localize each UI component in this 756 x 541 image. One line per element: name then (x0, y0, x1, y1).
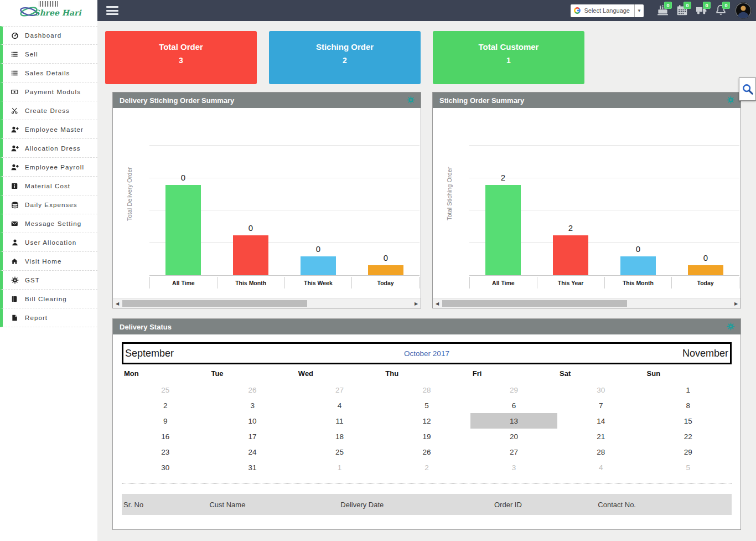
calendar-day[interactable]: 30 (557, 382, 644, 398)
sidebar-item-material-cost[interactable]: Material Cost (0, 177, 97, 195)
gear-icon[interactable] (727, 322, 736, 331)
horizontal-scrollbar[interactable]: ◀▶ (433, 298, 741, 308)
sidebar-item-label: User Allocation (25, 239, 76, 246)
sidebar-item-sell[interactable]: Sell (0, 45, 97, 64)
calendar-day[interactable]: 4 (557, 460, 644, 475)
next-month-button[interactable]: November (682, 348, 728, 359)
calendar-day[interactable]: 3 (470, 460, 557, 475)
calendar-day[interactable]: 20 (470, 429, 557, 444)
calendar-day[interactable]: 21 (557, 429, 644, 444)
calendar-day[interactable]: 1 (645, 382, 732, 398)
sidebar-item-label: Create Dress (25, 107, 70, 114)
scroll-left-arrow[interactable]: ◀ (433, 299, 442, 308)
calendar-day[interactable]: 28 (383, 382, 470, 398)
calendar-day[interactable]: 2 (122, 398, 209, 413)
chart-bar (620, 256, 656, 275)
sidebar-item-allocation-dress[interactable]: Allocation Dress (0, 139, 97, 158)
calendar-day[interactable]: 18 (296, 429, 383, 444)
notification-badge: 0 (664, 2, 672, 9)
calendar-day[interactable]: 16 (122, 429, 209, 444)
sidebar-item-employee-payroll[interactable]: Employee Payroll (0, 158, 97, 177)
calendar-day[interactable]: 26 (383, 444, 470, 460)
calendar-day[interactable]: 24 (209, 444, 296, 460)
scroll-left-arrow[interactable]: ◀ (113, 299, 122, 308)
calendar-day-headers: MonTueWedThuFriSatSun (122, 369, 732, 382)
user-avatar[interactable] (735, 2, 752, 19)
calendar-day[interactable]: 2 (383, 460, 470, 475)
calendar-day[interactable]: 1 (296, 460, 383, 475)
cake-notification-button[interactable]: 0 (655, 3, 670, 18)
gear-icon[interactable] (727, 96, 736, 105)
calendar-day[interactable]: 7 (557, 398, 644, 413)
sidebar-item-message-setting[interactable]: Message Setting (0, 214, 97, 233)
calendar-week-row: 16171819202122 (122, 429, 732, 444)
calendar-day[interactable]: 29 (470, 382, 557, 398)
home-icon (11, 257, 19, 265)
bar-value-label: 0 (284, 244, 352, 254)
search-widget[interactable] (739, 78, 756, 101)
calendar-day[interactable]: 4 (296, 398, 383, 413)
calendar-day[interactable]: 8 (645, 398, 732, 413)
calendar-day[interactable]: 31 (209, 460, 296, 475)
sidebar-item-dashboard[interactable]: Dashboard (0, 26, 97, 45)
calendar-day[interactable]: 14 (557, 413, 644, 429)
scroll-right-arrow[interactable]: ▶ (412, 299, 421, 308)
calendar-notification-button[interactable]: 0 (675, 3, 689, 18)
sidebar-item-visit-home[interactable]: Visit Home (0, 252, 97, 271)
calendar-day[interactable]: 5 (645, 460, 732, 475)
calendar-week-row: 303112345 (122, 460, 732, 475)
calendar-day[interactable]: 5 (383, 398, 470, 413)
calendar-day[interactable]: 23 (122, 444, 209, 460)
calendar-day[interactable]: 19 (383, 429, 470, 444)
scroll-right-arrow[interactable]: ▶ (732, 299, 741, 308)
sidebar-item-employee-master[interactable]: Employee Master (0, 120, 97, 139)
gear-icon[interactable] (407, 96, 416, 105)
app-logo[interactable]: Shree Hari (0, 0, 97, 26)
list-icon (11, 69, 19, 77)
sidebar-item-sales-details[interactable]: Sales Details (0, 64, 97, 83)
calendar-day[interactable]: 27 (470, 444, 557, 460)
calendar-day[interactable]: 15 (645, 413, 732, 429)
calendar-day[interactable]: 12 (383, 413, 470, 429)
x-axis-label: All Time (469, 277, 537, 288)
calendar-day[interactable]: 25 (296, 444, 383, 460)
language-selector[interactable]: Select Language ▼ (571, 4, 644, 17)
sidebar-item-user-allocation[interactable]: User Allocation (0, 233, 97, 252)
sidebar-item-gst[interactable]: GST (0, 271, 97, 290)
calendar-day[interactable]: 29 (645, 444, 732, 460)
calendar-day[interactable]: 9 (122, 413, 209, 429)
scrollbar-thumb[interactable] (442, 300, 627, 307)
calendar-day[interactable]: 6 (470, 398, 557, 413)
user-icon (11, 238, 19, 246)
calendar-day[interactable]: 28 (557, 444, 644, 460)
banknote-icon (11, 87, 19, 96)
calendar-day[interactable]: 3 (209, 398, 296, 413)
envelope-icon (11, 219, 19, 228)
sidebar-item-payment-moduls[interactable]: Payment Moduls (0, 83, 97, 101)
sidebar-item-bill-clearing[interactable]: Bill Clearing (0, 290, 97, 308)
calendar-day[interactable]: 17 (209, 429, 296, 444)
hamburger-menu-icon[interactable] (106, 6, 118, 15)
calendar-day[interactable]: 25 (122, 382, 209, 398)
sidebar-item-report[interactable]: Report (0, 308, 97, 327)
prev-month-button[interactable]: September (125, 348, 174, 359)
calendar-day[interactable]: 10 (209, 413, 296, 429)
notification-badge: 0 (703, 2, 711, 9)
sidebar-item-create-dress[interactable]: Create Dress (0, 101, 97, 120)
calendar-day[interactable]: 22 (645, 429, 732, 444)
calendar-day[interactable]: 30 (122, 460, 209, 475)
truck-notification-button[interactable]: 0 (694, 3, 708, 18)
calendar-day[interactable]: 11 (296, 413, 383, 429)
chart-area: Total Stiching Order2200All TimeThis Yea… (433, 108, 741, 300)
sidebar-item-daily-expenses[interactable]: Daily Expenses (0, 195, 97, 214)
scrollbar-thumb[interactable] (122, 300, 307, 307)
day-header-thu: Thu (383, 369, 470, 382)
notification-badge: 0 (722, 2, 730, 9)
day-header-mon: Mon (122, 369, 209, 382)
bell-notification-button[interactable]: 0 (713, 3, 728, 18)
calendar-day[interactable]: 27 (296, 382, 383, 398)
calendar-day-selected[interactable]: 13 (470, 413, 557, 429)
horizontal-scrollbar[interactable]: ◀▶ (113, 298, 421, 308)
bar-column: 0 (217, 109, 284, 275)
calendar-day[interactable]: 26 (209, 382, 296, 398)
